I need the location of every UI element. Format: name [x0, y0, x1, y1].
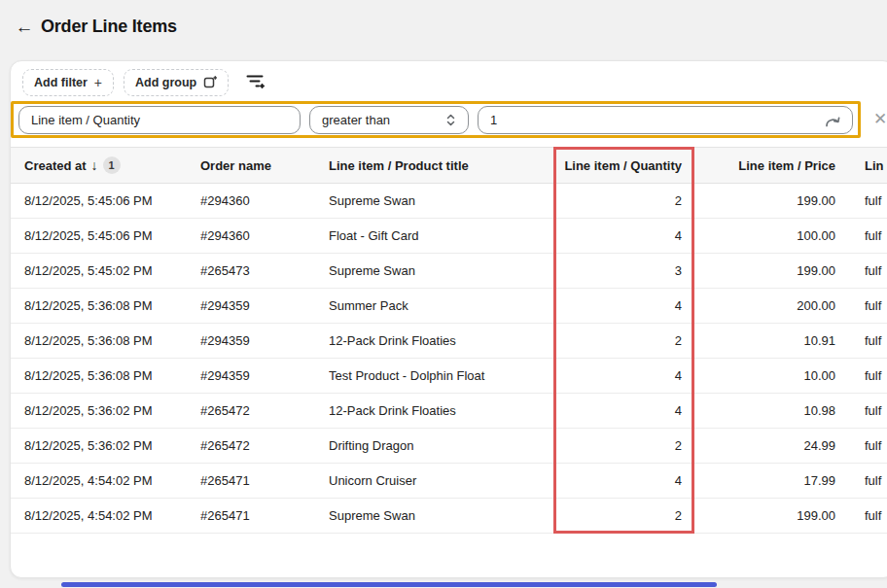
cell-fulfillment: fulf	[848, 289, 887, 324]
cell-order-name: #265471	[200, 499, 329, 534]
cell-created-at: 8/12/2025, 4:54:02 PM	[11, 499, 200, 534]
cell-fulfillment: fulf	[848, 394, 887, 429]
report-card: Add filter + Add group Line item / Quant…	[10, 60, 887, 578]
cell-quantity: 4	[555, 219, 694, 254]
cell-product-title: 12-Pack Drink Floaties	[329, 324, 555, 359]
add-filter-button[interactable]: Add filter +	[22, 69, 114, 96]
cell-quantity: 2	[555, 429, 694, 464]
cell-fulfillment: fulf	[848, 184, 887, 219]
cell-fulfillment: fulf	[848, 464, 887, 499]
cell-price: 10.00	[694, 359, 848, 394]
sort-order-badge: 1	[103, 156, 121, 174]
cell-price: 100.00	[694, 219, 848, 254]
cell-fulfillment: fulf	[848, 324, 887, 359]
cell-product-title: 12-Pack Drink Floaties	[329, 394, 555, 429]
column-header-created-at[interactable]: Created at ↓ 1	[11, 148, 200, 184]
back-button[interactable]: ←	[12, 15, 37, 40]
table-row[interactable]: 8/12/2025, 5:45:06 PM#294360Float - Gift…	[11, 219, 887, 254]
chevron-up-down-icon	[445, 113, 456, 127]
cell-order-name: #265471	[200, 464, 329, 499]
filter-field-selector[interactable]: Line item / Quantity	[18, 106, 301, 134]
column-header-fulfillment[interactable]: Lin	[848, 148, 887, 184]
table-row[interactable]: 8/12/2025, 5:45:06 PM#294360Supreme Swan…	[11, 184, 887, 219]
table-row[interactable]: 8/12/2025, 4:54:02 PM#265471Supreme Swan…	[11, 499, 887, 534]
cell-product-title: Test Product - Dolphin Float	[329, 359, 555, 394]
cell-quantity: 2	[555, 184, 694, 219]
cell-quantity: 4	[555, 289, 694, 324]
column-header-order-name[interactable]: Order name	[200, 148, 329, 184]
cell-quantity: 4	[555, 464, 694, 499]
cell-quantity: 4	[555, 359, 694, 394]
cell-created-at: 8/12/2025, 4:54:02 PM	[11, 464, 200, 499]
table-row[interactable]: 8/12/2025, 5:36:08 PM#294359Test Product…	[11, 359, 887, 394]
table-row[interactable]: 8/12/2025, 5:36:02 PM#265472Drifting Dra…	[11, 429, 887, 464]
column-header-quantity[interactable]: Line item / Quantity	[555, 148, 694, 184]
column-header-price[interactable]: Line item / Price	[694, 148, 848, 184]
plus-icon: +	[94, 75, 102, 90]
cell-order-name: #265472	[200, 394, 329, 429]
cell-price: 10.98	[694, 394, 848, 429]
filter-options-button[interactable]	[240, 69, 269, 96]
filter-plus-icon	[246, 73, 265, 92]
add-group-label: Add group	[135, 76, 196, 89]
cell-product-title: Supreme Swan	[329, 499, 555, 534]
remove-filter-button[interactable]: ✕	[869, 108, 887, 129]
cell-created-at: 8/12/2025, 5:45:02 PM	[11, 254, 200, 289]
add-filter-label: Add filter	[34, 76, 88, 89]
cell-product-title: Drifting Dragon	[329, 429, 555, 464]
cell-price: 24.99	[694, 429, 848, 464]
add-group-button[interactable]: Add group	[124, 69, 229, 96]
back-arrow-icon: ←	[16, 17, 34, 38]
column-label: Created at	[24, 158, 87, 173]
filter-value-pill	[478, 106, 853, 134]
cell-price: 199.00	[694, 499, 848, 534]
table-row[interactable]: 8/12/2025, 5:36:02 PM#26547212-Pack Drin…	[11, 394, 887, 429]
cell-fulfillment: fulf	[848, 499, 887, 534]
horizontal-scrollbar-thumb[interactable]	[61, 582, 717, 587]
cell-order-name: #294359	[200, 324, 329, 359]
cell-quantity: 4	[555, 394, 694, 429]
add-group-icon	[203, 75, 217, 91]
table-row[interactable]: 8/12/2025, 5:36:08 PM#294359Summer Pack4…	[11, 289, 887, 324]
table-row[interactable]: 8/12/2025, 5:45:02 PM#265473Supreme Swan…	[11, 254, 887, 289]
cell-product-title: Unicorn Cruiser	[329, 464, 555, 499]
cell-order-name: #294360	[200, 184, 329, 219]
cell-product-title: Supreme Swan	[329, 254, 555, 289]
cell-order-name: #265473	[200, 254, 329, 289]
cell-quantity: 3	[555, 254, 694, 289]
filter-toolbar: Add filter + Add group	[22, 69, 269, 96]
table-body: 8/12/2025, 5:45:06 PM#294360Supreme Swan…	[11, 184, 887, 534]
column-header-product-title[interactable]: Line item / Product title	[329, 148, 555, 184]
filter-operator-select[interactable]: greater than	[309, 106, 469, 134]
filter-operator-value: greater than	[322, 113, 390, 127]
cell-created-at: 8/12/2025, 5:45:06 PM	[11, 184, 200, 219]
cell-created-at: 8/12/2025, 5:36:02 PM	[11, 394, 200, 429]
cell-price: 200.00	[694, 289, 848, 324]
page-title: Order Line Items	[41, 17, 177, 37]
cell-price: 199.00	[694, 254, 848, 289]
table-row[interactable]: 8/12/2025, 5:36:08 PM#29435912-Pack Drin…	[11, 324, 887, 359]
cell-order-name: #294359	[200, 289, 329, 324]
close-icon: ✕	[873, 109, 887, 129]
sort-desc-icon: ↓	[91, 157, 98, 173]
cell-price: 199.00	[694, 184, 848, 219]
cell-quantity: 2	[555, 499, 694, 534]
cell-fulfillment: fulf	[848, 219, 887, 254]
cell-product-title: Supreme Swan	[329, 184, 555, 219]
cell-order-name: #265472	[200, 429, 329, 464]
cell-created-at: 8/12/2025, 5:36:08 PM	[11, 289, 200, 324]
cell-price: 10.91	[694, 324, 848, 359]
cell-product-title: Summer Pack	[329, 289, 555, 324]
filter-highlight-box: Line item / Quantity greater than	[11, 101, 861, 138]
cell-created-at: 8/12/2025, 5:45:06 PM	[11, 219, 200, 254]
filter-value-input[interactable]	[479, 107, 852, 133]
cell-created-at: 8/12/2025, 5:36:08 PM	[11, 359, 200, 394]
table-header: Created at ↓ 1 Order name Line item / Pr…	[11, 148, 887, 184]
cell-fulfillment: fulf	[848, 429, 887, 464]
table-row[interactable]: 8/12/2025, 4:54:02 PM#265471Unicorn Crui…	[11, 464, 887, 499]
cell-fulfillment: fulf	[848, 359, 887, 394]
line-items-table: Created at ↓ 1 Order name Line item / Pr…	[11, 147, 887, 534]
cell-quantity: 2	[555, 324, 694, 359]
cell-created-at: 8/12/2025, 5:36:08 PM	[11, 324, 200, 359]
redo-arrow-icon[interactable]	[825, 115, 841, 127]
